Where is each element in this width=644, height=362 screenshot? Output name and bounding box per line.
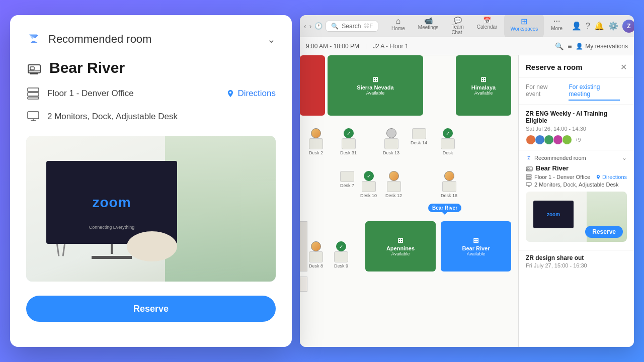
panel-rec-label: Recommended room — [526, 155, 586, 161]
search-subheader-icon[interactable]: 🔍 — [555, 42, 564, 50]
nav-tab-calendar[interactable]: 📅 Calendar — [471, 15, 504, 37]
nav-tab-more[interactable]: ··· More — [545, 15, 569, 37]
map-desk-8: Desk 8 — [309, 241, 323, 268]
tab-new-event[interactable]: For new event — [526, 81, 561, 101]
search-bar[interactable]: 🔍 Search ⌘F — [326, 21, 378, 32]
bell-icon[interactable]: 🔔 — [594, 21, 604, 31]
nav-tab-chat[interactable]: 💬 Team Chat — [445, 15, 469, 37]
modal-header-left: Recommended room — [26, 31, 151, 47]
panel-room-floor: Floor 1 - Denver Office Directions — [526, 174, 627, 180]
floor-text: Floor 1 - Denver Office — [47, 88, 134, 99]
meeting-time: Sat Jul 26, 14:00 - 14:30 — [526, 126, 627, 132]
panel-meeting: ZR ENG Weekly - AI Training Eligible Sat… — [519, 105, 634, 150]
map-room-himalaya[interactable]: ⊞ Himalaya Available — [456, 55, 511, 116]
reserve-button[interactable]: Reserve — [26, 296, 276, 322]
panel-tv: zoom — [533, 201, 574, 228]
himalaya-status: Available — [474, 90, 493, 96]
nav-tab-home[interactable]: ⌂ Home — [385, 15, 411, 37]
room-image: zoom Connecting Everything — [26, 136, 276, 282]
sierra-nevada-label: Sierra Nevada — [357, 84, 393, 90]
tab-existing-meeting[interactable]: For existing meeting — [569, 81, 620, 101]
desk-8-label: Desk 8 — [309, 263, 323, 268]
svg-rect-16 — [527, 168, 529, 169]
panel-reserve-button[interactable]: Reserve — [585, 226, 623, 238]
room-icon — [26, 60, 42, 76]
question-icon[interactable]: ? — [586, 22, 590, 31]
zoom-main: ⊞ Sierra Nevada Available ⊞ Himalaya Ava… — [300, 55, 634, 347]
spark-icon-small — [526, 155, 532, 161]
modal-card: Recommended room ⌄ Bear River — [10, 15, 292, 347]
separator: | — [365, 43, 367, 49]
topbar-right: 👤 ? 🔔 ⚙️ Z — [572, 20, 634, 33]
chat-icon: 💬 — [454, 17, 462, 24]
settings-icon[interactable]: ⚙️ — [608, 21, 618, 31]
map-room-occupied[interactable] — [300, 55, 325, 116]
profile-icon[interactable]: 👤 — [572, 21, 582, 31]
desk-9-avatar: ✓ — [336, 241, 346, 251]
desk-13-label: Desk 13 — [383, 150, 399, 155]
desk-12-shape — [387, 181, 401, 192]
nav-tab-meetings[interactable]: 📹 Meetings — [412, 15, 445, 37]
map-desk-2: Desk 2 — [309, 128, 323, 155]
nav-tab-workspaces[interactable]: ⊞ Workspaces — [504, 15, 544, 37]
himalaya-room-icon: ⊞ — [480, 75, 487, 83]
panel-rec-chevron-icon[interactable]: ⌄ — [622, 154, 627, 161]
zoom-tv-subtitle: Connecting Everything — [46, 225, 177, 230]
map-desk-7: Desk 7 — [340, 171, 354, 188]
room-name-row: Bear River — [26, 59, 276, 76]
chevron-down-icon[interactable]: ⌄ — [267, 33, 276, 45]
filter-icon[interactable]: ≡ — [568, 42, 572, 50]
close-button[interactable]: ✕ — [620, 62, 627, 72]
avatar-5 — [562, 135, 572, 145]
nav-forward-button[interactable]: › — [309, 20, 312, 32]
desk-13-shape — [384, 138, 398, 149]
workspaces-icon: ⊞ — [521, 17, 527, 26]
map-room-sierra-nevada[interactable]: ⊞ Sierra Nevada Available — [328, 55, 423, 116]
modal-header: Recommended room ⌄ — [26, 31, 276, 47]
map-desk-16: Desk 16 — [441, 171, 457, 198]
nav-back-button[interactable]: ‹ — [304, 20, 306, 32]
map-room-apennines[interactable]: ⊞ Apennines Available — [365, 221, 436, 272]
desk-16-avatar — [444, 171, 454, 181]
person-icon: 👤 — [576, 43, 583, 50]
desk-31-label: Desk 31 — [340, 150, 357, 155]
my-reservations-label: My reservations — [585, 43, 628, 50]
desk-16-label: Desk 16 — [441, 193, 457, 198]
desk-2-shape — [309, 138, 323, 149]
room-image-inner: zoom Connecting Everything — [26, 136, 276, 282]
panel-monitor-icon — [526, 182, 532, 188]
user-avatar[interactable]: Z — [622, 20, 634, 33]
zoom-spark-icon — [26, 31, 42, 47]
desk-2-avatar — [311, 128, 321, 138]
panel-amenities-text: 2 Monitors, Dock, Adjustable Desk — [534, 182, 619, 188]
panel-directions-link[interactable]: Directions — [596, 174, 627, 180]
avatar-1 — [526, 135, 536, 145]
search-text: Search — [342, 23, 361, 30]
desk-15-avatar: ✓ — [443, 128, 453, 138]
wall-left — [300, 221, 307, 272]
svg-rect-18 — [526, 174, 531, 176]
desk-2-label: Desk 2 — [309, 150, 323, 155]
floor-map: ⊞ Sierra Nevada Available ⊞ Himalaya Ava… — [300, 55, 518, 347]
panel-title: Reserve a room — [526, 63, 583, 71]
panel-directions-text: Directions — [602, 174, 627, 180]
subheader-right: 🔍 ≡ 👤 My reservations — [555, 42, 628, 50]
map-room-icon: ⊞ — [372, 75, 378, 83]
rec-label-text: Recommended room — [534, 155, 586, 161]
panel-room-name: Bear River — [526, 164, 627, 172]
my-reservations-button[interactable]: 👤 My reservations — [576, 43, 628, 50]
map-desk-13: Desk 13 — [383, 128, 399, 155]
room-name: Bear River — [49, 59, 125, 76]
map-room-bear-river[interactable]: ⊞ Bear River Available — [441, 221, 511, 272]
directions-link[interactable]: Directions — [226, 88, 276, 99]
avatar-2 — [535, 135, 545, 145]
map-desk-12: Desk 12 — [385, 171, 402, 198]
desk-9-shape — [334, 251, 348, 262]
nav-clock-button[interactable]: 🕐 — [314, 20, 323, 32]
calendar-icon: 📅 — [483, 17, 491, 24]
time-range: 9:00 AM - 18:00 PM — [306, 43, 359, 50]
amenities-row: 2 Monitors, Dock, Adjustable Desk — [26, 110, 276, 124]
svg-rect-19 — [526, 176, 531, 178]
desk-12-avatar — [389, 171, 399, 181]
desk-31-shape — [342, 138, 356, 149]
